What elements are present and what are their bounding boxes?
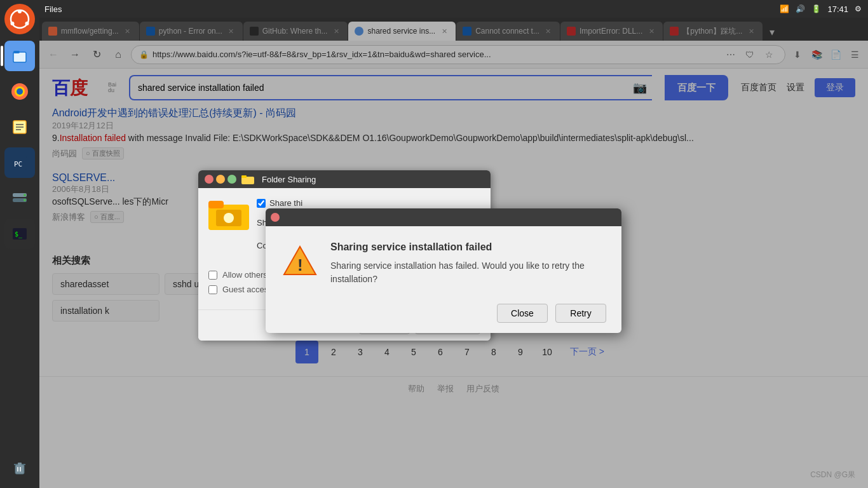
topbar-title: Files xyxy=(44,4,62,14)
battery-icon: 🔋 xyxy=(811,4,821,13)
topbar-right: 📶 🔊 🔋 17:41 ⚙ xyxy=(780,4,868,14)
svg-point-8 xyxy=(17,88,23,95)
svg-point-17 xyxy=(24,194,26,196)
sidebar-item-files[interactable] xyxy=(4,41,35,71)
folder-sharing-titlebar[interactable]: Folder Sharing xyxy=(198,170,491,188)
sidebar-item-firefox[interactable] xyxy=(4,76,35,107)
error-dialog-message: Sharing service installation has failed.… xyxy=(330,259,606,286)
error-dialog-titlebar[interactable] xyxy=(266,208,621,226)
svg-rect-5 xyxy=(13,51,20,53)
retry-button[interactable]: Retry xyxy=(555,304,606,323)
error-close-button[interactable]: Close xyxy=(497,304,548,323)
window-min-btn[interactable] xyxy=(216,175,225,184)
sidebar-item-terminal[interactable]: $_ xyxy=(4,219,35,249)
svg-point-1 xyxy=(18,10,22,13)
svg-text:PC: PC xyxy=(14,160,22,168)
browser-window: mmflow/getting... ✕ python - Error on...… xyxy=(39,18,868,488)
topbar-left: Files xyxy=(39,4,62,14)
svg-rect-28 xyxy=(241,175,247,178)
folder-sharing-title: Folder Sharing xyxy=(262,175,316,184)
error-dialog-title: Sharing service installation failed xyxy=(330,241,606,253)
window-close-btn[interactable] xyxy=(205,175,214,184)
network-icon[interactable]: 📶 xyxy=(780,4,789,13)
error-dialog-buttons: Close Retry xyxy=(266,296,621,333)
svg-point-32 xyxy=(224,213,234,223)
svg-rect-30 xyxy=(208,201,224,208)
clock: 17:41 xyxy=(827,4,848,14)
form-row-share-this: Share thi xyxy=(257,198,480,208)
error-dialog: ! Sharing service installation failed Sh… xyxy=(266,208,621,333)
window-controls xyxy=(205,175,236,184)
guest-access-checkbox[interactable] xyxy=(208,285,217,294)
volume-icon[interactable]: 🔊 xyxy=(796,4,805,13)
sidebar-item-ide[interactable]: PC xyxy=(4,147,35,178)
svg-point-3 xyxy=(25,22,29,25)
topbar: Files 📶 🔊 🔋 17:41 ⚙ xyxy=(39,0,868,18)
svg-point-18 xyxy=(24,199,26,201)
ubuntu-logo[interactable] xyxy=(4,4,35,34)
sidebar-item-trash[interactable] xyxy=(4,452,35,483)
topbar-settings-icon[interactable]: ⚙ xyxy=(855,4,862,13)
folder-titlebar-icon xyxy=(241,174,254,184)
warning-triangle-icon: ! xyxy=(283,244,317,278)
svg-rect-21 xyxy=(15,464,24,474)
share-this-checkbox[interactable] xyxy=(257,199,266,208)
svg-text:$_: $_ xyxy=(15,231,23,238)
error-dialog-body: ! Sharing service installation failed Sh… xyxy=(266,226,621,296)
taskbar-left: PC $_ xyxy=(0,0,39,488)
error-close-btn[interactable] xyxy=(271,213,280,222)
window-max-btn[interactable] xyxy=(227,175,236,184)
allow-others-checkbox[interactable] xyxy=(208,271,217,280)
error-text-section: Sharing service installation failed Shar… xyxy=(330,241,606,286)
svg-point-2 xyxy=(11,22,15,25)
folder-big-icon xyxy=(208,198,249,231)
share-this-label: Share thi xyxy=(257,198,314,208)
svg-text:!: ! xyxy=(297,255,303,274)
sidebar-item-storage[interactable] xyxy=(4,183,35,214)
warning-icon-wrap: ! xyxy=(281,241,319,286)
svg-rect-23 xyxy=(18,463,22,465)
sidebar-item-text-editor[interactable] xyxy=(4,112,35,142)
svg-rect-4 xyxy=(13,52,26,62)
